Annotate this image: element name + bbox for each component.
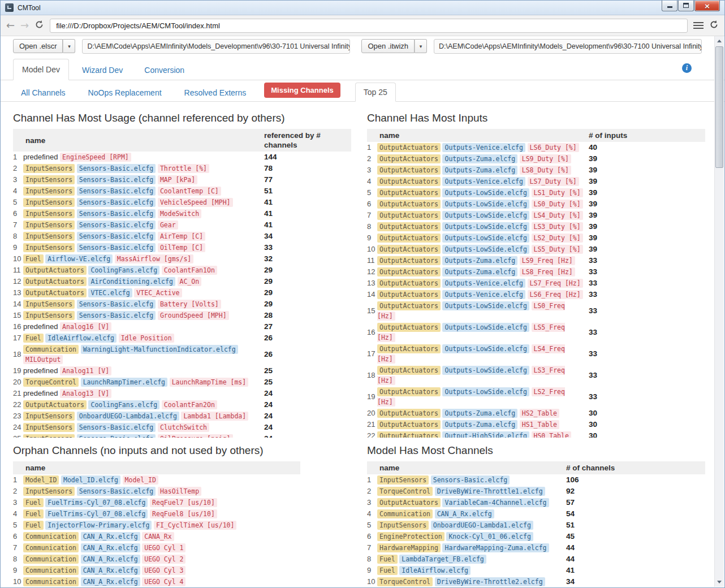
category-badge: OutputActuators bbox=[377, 387, 441, 396]
channel-name-cell: InputSensors Sensors-Basic.elcfg Battery… bbox=[23, 299, 262, 310]
file-badge: InjectorFlow-Primary.elcfg bbox=[45, 521, 152, 530]
count-value: 29 bbox=[262, 287, 351, 299]
table-row: 4OutputActuators Outputs-Venice.elcfg LS… bbox=[367, 176, 705, 187]
table-row: 15InputSensors Sensors-Basic.elcfg Groun… bbox=[13, 310, 351, 321]
open-itwizh-button[interactable]: Open .itwizh bbox=[361, 39, 415, 53]
elscr-path-field[interactable]: D:\AEM\Code\Apps\AEMInfinity\Models_Deve… bbox=[82, 39, 350, 54]
tab-wizard-dev[interactable]: Wizard Dev bbox=[74, 60, 131, 80]
table-row: 20TorqueControl LaunchRampTimer.elcfg La… bbox=[13, 377, 351, 388]
file-badge: Outputs-LowSide.elcfg bbox=[442, 211, 529, 220]
row-number: 6 bbox=[13, 208, 23, 219]
minimize-button[interactable] bbox=[662, 1, 677, 11]
category-badge: OutputActuators bbox=[377, 154, 441, 163]
file-badge: Sensors-Basic.elcfg bbox=[77, 220, 156, 230]
tab-top-25[interactable]: Top 25 bbox=[355, 83, 396, 102]
table-row: 21predefined Analog13 [V] 24 bbox=[13, 388, 351, 399]
menu-icon[interactable] bbox=[693, 21, 704, 30]
forward-icon[interactable]: → bbox=[20, 20, 29, 31]
file-badge: Sensors-Basic.elcfg bbox=[77, 198, 156, 207]
table-row: 9OutputActuators Outputs-LowSide.elcfg L… bbox=[367, 232, 705, 244]
channel-name-cell: InputSensors Sensors-Basic.elcfg OilPres… bbox=[23, 433, 262, 438]
itwizh-dropdown-caret[interactable]: ▾ bbox=[415, 39, 427, 53]
channel-name-cell: OutputActuators Outputs-LowSide.elcfg LS… bbox=[377, 322, 586, 343]
category-badge: Fuel bbox=[23, 509, 44, 518]
channel-name-cell: OutputActuators Outputs-LowSide.elcfg LS… bbox=[377, 244, 586, 255]
category-badge: OutputActuators bbox=[377, 177, 441, 186]
name-column-header: name bbox=[377, 461, 564, 474]
row-number: 1 bbox=[367, 142, 377, 153]
refresh-icon[interactable] bbox=[709, 20, 719, 32]
table-row: 19OutputActuators Outputs-LowSide.elcfg … bbox=[367, 386, 705, 408]
count-value: 41 bbox=[262, 197, 351, 208]
tab-model-dev[interactable]: Model Dev bbox=[13, 59, 69, 80]
channel-name-cell: OutputActuators Outputs-LowSide.elcfg LS… bbox=[377, 343, 586, 365]
file-badge: Model_ID.elcfg bbox=[61, 475, 120, 485]
count-value: 24 bbox=[262, 433, 351, 438]
address-bar[interactable]: file:///D:/Dropbox/Projects/AEM/CMTool/i… bbox=[50, 19, 688, 33]
table-row: 13OutputActuators Outputs-Venice.elcfg L… bbox=[367, 278, 705, 289]
channel-badge: VTEC_Active bbox=[134, 288, 182, 297]
category-badge: OutputActuators bbox=[377, 290, 441, 299]
category-badge: OutputActuators bbox=[377, 420, 441, 429]
section-most-channels: Model Has Most Channels name # of channe… bbox=[367, 438, 705, 587]
count-value: 44 bbox=[564, 554, 705, 565]
tab-resolved-externs[interactable]: Resolved Externs bbox=[176, 84, 254, 102]
scrollbar[interactable] bbox=[714, 36, 724, 587]
elscr-dropdown-caret[interactable]: ▾ bbox=[63, 39, 75, 53]
table-row: 14InputSensors Sensors-Basic.elcfg Batte… bbox=[13, 299, 351, 310]
reload-icon[interactable] bbox=[34, 20, 44, 32]
table-row: 6Communication CAN_A_Rx.elcfg CANA_Rx bbox=[13, 531, 300, 542]
file-badge: Outputs-LowSide.elcfg bbox=[442, 301, 529, 310]
category-badge: InputSensors bbox=[23, 243, 75, 252]
channel-name-cell: TorqueControl LaunchRampTimer.elcfg Laun… bbox=[23, 377, 262, 388]
file-badge: Outputs-LowSide.elcfg bbox=[442, 245, 529, 254]
window-title: CMTool bbox=[18, 4, 41, 12]
channel-name-cell: OutputActuators Outputs-Zuma.elcfg HS2_T… bbox=[377, 408, 586, 419]
row-number: 21 bbox=[367, 419, 377, 430]
row-number: 2 bbox=[367, 153, 377, 165]
channel-badge: ReqFuel7 [us/10] bbox=[150, 498, 217, 507]
scroll-up-arrow[interactable] bbox=[715, 36, 724, 46]
open-elscr-split-button: Open .elscr ▾ bbox=[13, 39, 75, 53]
file-badge: Outputs-Venice.elcfg bbox=[442, 177, 525, 186]
channel-name-cell: InputSensors Sensors-Basic.elcfg Coolant… bbox=[23, 185, 262, 197]
file-badge: Outputs-Venice.elcfg bbox=[442, 279, 525, 288]
table-row: 1InputSensors Sensors-Basic.elcfg 106 bbox=[367, 474, 705, 486]
itwizh-path-field[interactable]: D:\AEM\Code\Apps\AEMInfinity\Models_Deve… bbox=[434, 39, 702, 54]
tab-noops-replacement[interactable]: NoOps Replacement bbox=[80, 84, 170, 102]
row-number: 8 bbox=[367, 221, 377, 232]
channel-badge: UEGO Cyl 4 bbox=[142, 577, 185, 586]
row-number: 17 bbox=[367, 343, 377, 365]
channel-name-cell: Communication WarningLight-MalfunctionIn… bbox=[23, 344, 262, 365]
channel-badge: LS7_Freq [Hz] bbox=[528, 279, 583, 288]
count-value: 28 bbox=[262, 310, 351, 321]
info-icon[interactable]: i bbox=[682, 63, 692, 73]
channel-name-cell: OutputActuators VTEC.elcfg VTEC_Active bbox=[23, 287, 262, 299]
count-value: 39 bbox=[586, 153, 705, 165]
back-icon[interactable]: ← bbox=[6, 20, 15, 31]
maximize-button[interactable] bbox=[678, 1, 694, 11]
row-number: 6 bbox=[367, 198, 377, 210]
category-badge: InputSensors bbox=[23, 232, 75, 241]
scroll-down-arrow[interactable] bbox=[715, 577, 724, 587]
table-row: 5OutputActuators Outputs-LowSide.elcfg L… bbox=[367, 187, 705, 198]
row-number: 9 bbox=[367, 565, 377, 576]
category-badge: Fuel bbox=[23, 334, 44, 343]
close-button[interactable]: × bbox=[694, 1, 720, 11]
row-number: 22 bbox=[367, 430, 377, 438]
tab-all-channels[interactable]: All Channels bbox=[13, 84, 74, 102]
open-elscr-button[interactable]: Open .elscr bbox=[13, 39, 63, 53]
count-value: 34 bbox=[564, 576, 705, 587]
scroll-thumb[interactable] bbox=[715, 46, 723, 168]
category-badge: TorqueControl bbox=[377, 577, 433, 586]
missing-channels-button[interactable]: Missing Channels bbox=[264, 83, 340, 98]
channel-name-cell: predefined Analog11 [V] bbox=[23, 365, 262, 377]
tab-conversion[interactable]: Conversion bbox=[136, 60, 193, 80]
count-value: 39 bbox=[586, 221, 705, 232]
category-badge: TorqueControl bbox=[23, 378, 79, 387]
file-badge: CAN_A_Rx.elcfg bbox=[435, 509, 494, 518]
channel-badge: MassAirflow [gms/s] bbox=[115, 254, 194, 263]
channel-badge: LS5_Duty [%] bbox=[532, 245, 583, 254]
row-number-header bbox=[13, 461, 23, 474]
row-number: 15 bbox=[367, 300, 377, 322]
